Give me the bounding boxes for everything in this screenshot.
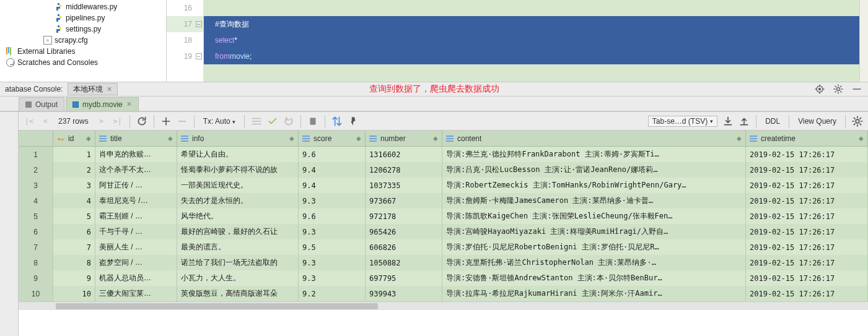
fold-icon[interactable]: − bbox=[196, 53, 202, 59]
ddl-button[interactable]: DDL bbox=[763, 117, 783, 126]
table-row[interactable]: 33阿甘正传 / …一部美国近现代史。9.41037335导演:RobertZe… bbox=[19, 178, 868, 193]
cell-number[interactable]: 606826 bbox=[366, 239, 442, 255]
table-row[interactable]: 99机器人总动员…小瓦力，大人生。9.3697795导演:安德鲁·斯坦顿Andr… bbox=[19, 270, 868, 286]
tree-file-scrapy-cfg[interactable]: ≡ scrapy.cfg bbox=[0, 35, 166, 46]
cell-score[interactable]: 9.3 bbox=[299, 270, 366, 286]
col-header-createtime[interactable]: createtime◆ bbox=[746, 131, 868, 146]
cell-content[interactable]: 导演:拉库马·希拉尼RajkumarHirani 主演:阿米尔·汗Aamir… bbox=[442, 286, 746, 301]
cell-info[interactable]: 诺兰给了我们一场无法盗取的 bbox=[177, 255, 299, 270]
col-header-number[interactable]: number◆ bbox=[366, 131, 442, 146]
cell-content[interactable]: 导演:RobertZemeckis 主演:TomHanks/RobinWrigh… bbox=[442, 178, 746, 193]
revert-icon[interactable] bbox=[283, 116, 294, 127]
cell-title[interactable]: 霸王别姬 / … bbox=[95, 209, 177, 224]
cell-id[interactable]: 5 bbox=[53, 209, 95, 224]
tree-file-settings[interactable]: settings.py bbox=[0, 24, 166, 35]
cell-createtime[interactable]: 2019-02-15 17:26:17 bbox=[746, 209, 868, 224]
download-icon[interactable] bbox=[722, 116, 734, 127]
col-header-info[interactable]: info◆ bbox=[177, 131, 299, 146]
submit-icon[interactable] bbox=[267, 116, 278, 127]
cell-number[interactable]: 1037335 bbox=[366, 178, 442, 193]
view-query-button[interactable]: View Query bbox=[796, 117, 839, 126]
cell-info[interactable]: 风华绝代。 bbox=[177, 209, 299, 224]
tree-external-libraries[interactable]: External Libraries bbox=[0, 46, 166, 57]
cell-title[interactable]: 三傻大闹宝莱… bbox=[95, 286, 177, 301]
cell-number[interactable]: 1206278 bbox=[366, 162, 442, 178]
col-header-title[interactable]: title◆ bbox=[95, 131, 177, 146]
cell-title[interactable]: 肖申克的救赎… bbox=[95, 147, 177, 162]
col-header-content[interactable]: content◆ bbox=[442, 131, 746, 146]
cell-title[interactable]: 这个杀手不太… bbox=[95, 162, 177, 178]
cell-content[interactable]: 导演:安德鲁·斯坦顿AndrewStanton 主演:本·贝尔特BenBur… bbox=[442, 270, 746, 286]
cell-number[interactable]: 1050882 bbox=[366, 255, 442, 270]
commit-button[interactable] bbox=[251, 116, 262, 127]
cell-createtime[interactable]: 2019-02-15 17:26:17 bbox=[746, 193, 868, 209]
minimize-icon[interactable] bbox=[852, 84, 862, 94]
table-row[interactable]: 66千与千寻 / …最好的宫崎骏，最好的久石让9.3965426导演:宫崎骏Ha… bbox=[19, 224, 868, 239]
tab-mydb-movie[interactable]: mydb.movie ✕ bbox=[66, 97, 139, 111]
cell-score[interactable]: 9.6 bbox=[299, 209, 366, 224]
tree-scratches[interactable]: Scratches and Consoles bbox=[0, 57, 166, 68]
cell-id[interactable]: 4 bbox=[53, 193, 95, 209]
cell-info[interactable]: 小瓦力，大人生。 bbox=[177, 270, 299, 286]
table-row[interactable]: 22这个杀手不太…怪蜀黍和小萝莉不得不说的故9.41206278导演:吕克·贝松… bbox=[19, 162, 868, 178]
cell-info[interactable]: 英俊版憨豆，高情商版谢耳朵 bbox=[177, 286, 299, 301]
cell-content[interactable]: 导演:弗兰克·德拉邦特FrankDarabont 主演:蒂姆·罗宾斯Ti… bbox=[442, 147, 746, 162]
fold-icon[interactable]: − bbox=[196, 21, 202, 27]
cell-createtime[interactable]: 2019-02-15 17:26:17 bbox=[746, 178, 868, 193]
cell-title[interactable]: 盗梦空间 / … bbox=[95, 255, 177, 270]
cell-score[interactable]: 9.3 bbox=[299, 193, 366, 209]
first-page-button[interactable]: |< bbox=[24, 116, 35, 127]
cell-score[interactable]: 9.4 bbox=[299, 178, 366, 193]
cell-info[interactable]: 怪蜀黍和小萝莉不得不说的故 bbox=[177, 162, 299, 178]
editor-overview-ruler[interactable] bbox=[859, 0, 868, 82]
cell-createtime[interactable]: 2019-02-15 17:26:17 bbox=[746, 147, 868, 162]
cell-info[interactable]: 最美的谎言。 bbox=[177, 239, 299, 255]
cell-score[interactable]: 9.3 bbox=[299, 224, 366, 239]
table-row[interactable]: 88盗梦空间 / …诺兰给了我们一场无法盗取的9.31050882导演:克里斯托… bbox=[19, 255, 868, 270]
add-row-button[interactable] bbox=[160, 116, 172, 127]
cell-number[interactable]: 965426 bbox=[366, 224, 442, 239]
cell-score[interactable]: 9.5 bbox=[299, 239, 366, 255]
filter-icon[interactable] bbox=[307, 116, 318, 127]
gear-icon[interactable] bbox=[852, 116, 863, 127]
cell-number[interactable]: 939943 bbox=[366, 286, 442, 301]
table-row[interactable]: 1010三傻大闹宝莱…英俊版憨豆，高情商版谢耳朵9.2939943导演:拉库马·… bbox=[19, 286, 868, 301]
upload-icon[interactable] bbox=[739, 116, 750, 127]
cell-score[interactable]: 9.3 bbox=[299, 255, 366, 270]
cell-createtime[interactable]: 2019-02-15 17:26:17 bbox=[746, 224, 868, 239]
close-icon[interactable]: ✕ bbox=[107, 85, 112, 93]
cell-content[interactable]: 导演:詹姆斯·卡梅隆JamesCameron 主演:莱昂纳多·迪卡普… bbox=[442, 193, 746, 209]
console-tab-local-env[interactable]: 本地环境 ✕ bbox=[68, 83, 118, 95]
cell-info[interactable]: 希望让人自由。 bbox=[177, 147, 299, 162]
col-header-score[interactable]: score◆ bbox=[299, 131, 366, 146]
cell-id[interactable]: 8 bbox=[53, 255, 95, 270]
remove-row-button[interactable] bbox=[177, 116, 188, 127]
cell-title[interactable]: 机器人总动员… bbox=[95, 270, 177, 286]
cell-createtime[interactable]: 2019-02-15 17:26:17 bbox=[746, 286, 868, 301]
tree-file-middlewares[interactable]: middlewares.py bbox=[0, 1, 166, 12]
target-icon[interactable] bbox=[815, 84, 825, 94]
cell-createtime[interactable]: 2019-02-15 17:26:17 bbox=[746, 255, 868, 270]
cell-content[interactable]: 导演:吕克·贝松LucBesson 主演:让·雷诺JeanReno/娜塔莉… bbox=[442, 162, 746, 178]
table-row[interactable]: 11肖申克的救赎…希望让人自由。9.61316602导演:弗兰克·德拉邦特Fra… bbox=[19, 147, 868, 162]
col-header-id[interactable]: id◆ bbox=[53, 131, 95, 146]
pin-icon[interactable] bbox=[348, 116, 359, 127]
cell-score[interactable]: 9.6 bbox=[299, 147, 366, 162]
tab-output[interactable]: Output bbox=[19, 97, 64, 111]
cell-id[interactable]: 2 bbox=[53, 162, 95, 178]
tx-mode[interactable]: Tx: Auto ▾ bbox=[201, 117, 238, 126]
table-row[interactable]: 77美丽人生 / …最美的谎言。9.5606826导演:罗伯托·贝尼尼Rober… bbox=[19, 239, 868, 255]
cell-number[interactable]: 972178 bbox=[366, 209, 442, 224]
cell-content[interactable]: 导演:陈凯歌KaigeChen 主演:张国荣LeslieCheung/张丰毅Fe… bbox=[442, 209, 746, 224]
cell-content[interactable]: 导演:克里斯托弗·诺兰ChristopherNolan 主演:莱昂纳多·… bbox=[442, 255, 746, 270]
cell-title[interactable]: 阿甘正传 / … bbox=[95, 178, 177, 193]
cell-info[interactable]: 失去的才是永恒的。 bbox=[177, 193, 299, 209]
prev-page-button[interactable]: < bbox=[40, 116, 51, 127]
last-page-button[interactable]: >| bbox=[112, 116, 123, 127]
table-row[interactable]: 44泰坦尼克号 /…失去的才是永恒的。9.3973667导演:詹姆斯·卡梅隆Ja… bbox=[19, 193, 868, 209]
cell-number[interactable]: 973667 bbox=[366, 193, 442, 209]
compare-icon[interactable] bbox=[331, 116, 343, 127]
cell-title[interactable]: 千与千寻 / … bbox=[95, 224, 177, 239]
cell-createtime[interactable]: 2019-02-15 17:26:17 bbox=[746, 270, 868, 286]
cell-number[interactable]: 1316602 bbox=[366, 147, 442, 162]
